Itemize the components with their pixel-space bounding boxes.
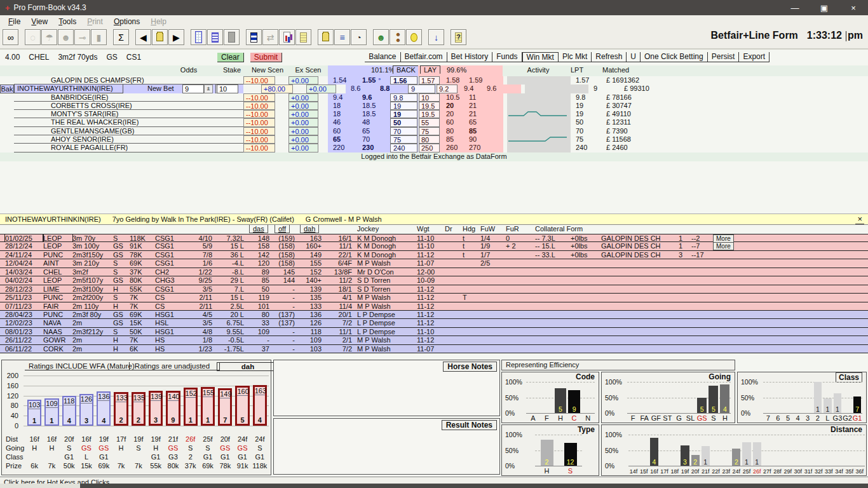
sort-das-button[interactable]: das [249,225,268,233]
lay-price[interactable]: 10.5 [440,93,469,102]
back-price[interactable]: 9.6 [362,93,390,102]
form-row[interactable]: 07/11/23FAIR2m 110yH7KCS2/112.5L101-1331… [0,302,868,311]
back-price[interactable]: 8.6 [346,85,380,93]
back-price[interactable]: 1.54 [328,76,362,85]
bet-odds-input[interactable]: 9 [182,85,204,93]
prev-race-icon[interactable]: ◀ [135,29,151,45]
result-notes-panel[interactable]: Result Notes [273,418,500,475]
racecard-detail-icon[interactable] [207,29,223,45]
ratings-bar[interactable]: 1551 [201,387,215,426]
ratings-button-1[interactable]: Ratings INCLUDE WFA (Mature) [25,362,130,370]
form-row[interactable]: 28/12/23LIME2m3f100yH55KCSG13/57.L50-139… [0,285,868,294]
minimize-button[interactable]: — [780,0,810,15]
ratings-bar[interactable]: 1521 [184,388,198,426]
lay-price[interactable]: 75 [419,127,440,135]
bet-stake-input[interactable]: 10 [215,85,238,93]
back-price[interactable]: 1.55° [362,76,390,85]
result-notes-button[interactable]: Result Notes [442,420,497,430]
form-row[interactable]: 06/11/22CORK2mH6KHS1/23-1.75L37-1037/2M … [0,345,868,353]
form-row[interactable]: 08/01/23NAAS2m3f212yS50KHSG14/89.55L109-… [0,328,868,336]
back-price[interactable]: 9 [408,85,435,93]
ratings-bar[interactable]: 1497 [218,388,232,426]
sort-off-button[interactable]: off [275,225,290,233]
lay-price[interactable]: 1.57 [419,76,440,85]
lay-price[interactable]: 20 [440,110,469,118]
ratings-bar[interactable]: 1091 [44,398,58,426]
ratings-bar[interactable]: 1332 [114,392,128,426]
lay-price[interactable]: 9.6 [487,85,515,93]
racecard-plain-icon[interactable] [224,29,240,45]
close-button[interactable]: × [839,0,868,15]
folders-icon[interactable] [318,29,334,45]
menu-help[interactable]: Help [148,17,169,26]
lay-price[interactable]: 10 [419,93,440,102]
ratings-bar[interactable]: 1634 [253,385,267,426]
form-row[interactable]: 01/02/25LEOP3m 70yS118KCSG14/107.32L148(… [0,234,868,242]
back-price[interactable]: 1.56 [390,76,417,85]
runner-name[interactable]: GALOPIN DES CHAMPS(FR) [14,76,243,85]
ratings-bar[interactable]: 1605 [235,386,249,426]
list-icon[interactable]: ≡ [334,29,350,45]
lay-price[interactable]: 80 [419,135,440,144]
runner-name[interactable]: THE REAL WHACKER(IRE) [14,118,243,126]
runner-name[interactable]: MONTY'S STAR(IRE) [14,110,243,118]
back-price[interactable]: 70 [390,127,417,135]
horse-notes-panel[interactable]: Horse Notes [273,360,500,416]
market-link-export[interactable]: Export [739,52,770,62]
horse-notes-button[interactable]: Horse Notes [443,362,497,372]
chart-icon[interactable] [279,29,295,45]
back-price[interactable]: 18.5 [362,102,390,110]
form-row[interactable]: 26/11/22GOWR2mH7KHS1/8-0.5L--1092/1M P W… [0,336,868,344]
notes-icon[interactable] [295,29,311,45]
person-icon[interactable]: ☻ [373,29,389,45]
help-icon[interactable]: ? [451,29,466,45]
back-price[interactable]: 230 [362,144,390,152]
market-link-one-click-betting[interactable]: One Click Betting [641,52,708,62]
back-price[interactable]: 60 [328,127,362,135]
ratings-bar[interactable]: 1263 [79,394,93,426]
lay-price[interactable]: 21 [469,102,497,110]
form-row[interactable]: 24/11/24PUNC2m3f150yGS78KCSG17/836 L142(… [0,251,868,259]
runner-name[interactable]: BANBRIDGE(IRE) [14,93,243,102]
back-price[interactable]: 19 [390,102,417,110]
back-price[interactable]: 48 [362,118,390,126]
back-price[interactable]: 46 [328,118,362,126]
menu-view[interactable]: View [29,17,50,26]
ratings-bar[interactable]: 1031 [27,400,41,426]
clear-button[interactable]: Clear [217,53,244,62]
runner-name[interactable]: CORBETTS CROSS(IRE) [14,102,243,110]
form-row[interactable]: 28/04/23PUNC2m3f 80yGS69KHSG14/520 L80(1… [0,311,868,319]
sum-icon[interactable]: Σ [113,29,129,45]
lay-price[interactable]: 85 [440,135,469,144]
more-button[interactable]: More [713,242,734,250]
sort-dah-button[interactable]: dah [300,225,319,233]
runner-name[interactable]: ROYALE PAGAILLE(FR) [14,144,243,152]
form-row[interactable]: 12/02/23NAVA2mGS15KHSL3/56.75L33(137)126… [0,319,868,327]
back-price[interactable]: 18 [328,102,362,110]
lay-price[interactable]: 20 [440,102,469,110]
open-folder-icon[interactable] [152,29,168,45]
back-price[interactable]: 65 [362,127,390,135]
lay-tab[interactable]: LAY [420,65,440,74]
back-price[interactable]: 70 [362,135,390,144]
lay-price[interactable]: 250 [419,144,440,152]
menu-print[interactable]: Print [85,17,105,26]
ratings-button-2[interactable]: Ratings are unadjusted [125,362,220,370]
form-row[interactable]: 04/02/24LEOP2m5f107yGS80KCHG39/2529 L851… [0,276,868,285]
odds-spinner[interactable]: ± [204,85,213,93]
menu-file[interactable]: File [6,17,23,26]
runner-name[interactable]: AHOY SENOR(IRE) [14,135,243,144]
back-price[interactable]: 9.4 [328,93,362,102]
back-price[interactable]: 75 [390,135,417,144]
back-price[interactable]: 18 [328,110,362,118]
back-price[interactable]: 220 [328,144,362,152]
form-row[interactable]: 25/11/23PUNC2m2f200yS7KCS2/1115 L119-135… [0,294,868,302]
back-price[interactable]: 9.8 [390,93,417,102]
ratings-bar[interactable]: 1409 [166,391,180,426]
market-link-bet-history[interactable]: Bet History [447,52,493,62]
ratings-button-3[interactable]: dah [217,362,279,371]
back-price[interactable]: 8.8 [380,85,408,93]
market-link-refresh[interactable]: Refresh [592,52,627,62]
close-form-icon[interactable]: × [855,214,864,224]
lay-price[interactable]: 65 [469,118,497,126]
